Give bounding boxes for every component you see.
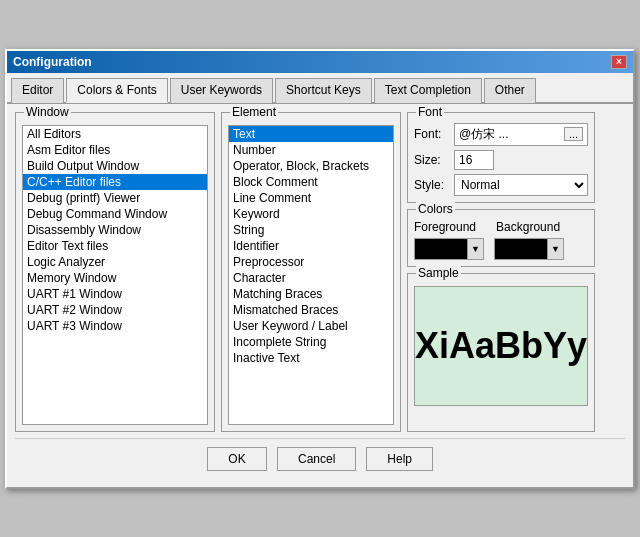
foreground-color-picker[interactable]: ▼	[414, 238, 484, 260]
font-label: Font:	[414, 127, 450, 141]
size-row: Size:	[414, 150, 588, 170]
background-swatch	[495, 239, 547, 259]
element-list-item[interactable]: Operator, Block, Brackets	[229, 158, 393, 174]
window-list-item[interactable]: UART #1 Window	[23, 286, 207, 302]
window-list-item[interactable]: Disassembly Window	[23, 222, 207, 238]
close-button[interactable]: ×	[611, 55, 627, 69]
right-panel: Font Font: @仿宋 ... ... Size: Style:	[407, 112, 595, 432]
window-list-item[interactable]: Editor Text files	[23, 238, 207, 254]
element-panel-title: Element	[230, 105, 278, 119]
color-row: ▼ ▼	[414, 238, 588, 260]
configuration-dialog: Configuration × Editor Colors & Fonts Us…	[5, 49, 635, 489]
element-list-item[interactable]: Line Comment	[229, 190, 393, 206]
tab-colors[interactable]: Colors & Fonts	[66, 78, 167, 103]
cancel-button[interactable]: Cancel	[277, 447, 356, 471]
size-input[interactable]	[454, 150, 494, 170]
element-list-item[interactable]: Keyword	[229, 206, 393, 222]
tab-other[interactable]: Other	[484, 78, 536, 103]
element-list-item[interactable]: Block Comment	[229, 174, 393, 190]
background-color-arrow[interactable]: ▼	[547, 239, 563, 259]
element-list-item[interactable]: Inactive Text	[229, 350, 393, 366]
title-bar: Configuration ×	[7, 51, 633, 73]
tab-shortcut-keys[interactable]: Shortcut Keys	[275, 78, 372, 103]
background-label: Background	[496, 220, 560, 234]
element-panel: Element TextNumberOperator, Block, Brack…	[221, 112, 401, 432]
colors-group: Colors Foreground Background ▼ ▼	[407, 209, 595, 267]
ok-button[interactable]: OK	[207, 447, 267, 471]
element-list-item[interactable]: String	[229, 222, 393, 238]
style-select[interactable]: Normal Bold Italic Bold Italic	[454, 174, 588, 196]
window-list-item[interactable]: Asm Editor files	[23, 142, 207, 158]
window-list-item[interactable]: Debug Command Window	[23, 206, 207, 222]
element-listbox[interactable]: TextNumberOperator, Block, BracketsBlock…	[228, 125, 394, 425]
dialog-title: Configuration	[13, 55, 92, 69]
window-panel: Window All EditorsAsm Editor filesBuild …	[15, 112, 215, 432]
element-list-item[interactable]: Preprocessor	[229, 254, 393, 270]
sample-area: XiAaBbYy	[414, 286, 588, 406]
tab-strip: Editor Colors & Fonts User Keywords Shor…	[7, 73, 633, 104]
style-row: Style: Normal Bold Italic Bold Italic	[414, 174, 588, 196]
window-list-item[interactable]: UART #3 Window	[23, 318, 207, 334]
foreground-color-arrow[interactable]: ▼	[467, 239, 483, 259]
element-list-item[interactable]: Mismatched Braces	[229, 302, 393, 318]
tab-editor[interactable]: Editor	[11, 78, 64, 103]
element-list-item[interactable]: Text	[229, 126, 393, 142]
color-labels: Foreground Background	[414, 220, 588, 234]
main-panels: Window All EditorsAsm Editor filesBuild …	[15, 112, 625, 432]
element-list-item[interactable]: Identifier	[229, 238, 393, 254]
element-list-item[interactable]: Character	[229, 270, 393, 286]
foreground-swatch	[415, 239, 467, 259]
element-list-item[interactable]: Incomplete String	[229, 334, 393, 350]
sample-text: XiAaBbYy	[415, 325, 587, 367]
font-group-title: Font	[416, 105, 444, 119]
tab-user-keywords[interactable]: User Keywords	[170, 78, 273, 103]
element-list-item[interactable]: Number	[229, 142, 393, 158]
font-group: Font Font: @仿宋 ... ... Size: Style:	[407, 112, 595, 203]
window-listbox[interactable]: All EditorsAsm Editor filesBuild Output …	[22, 125, 208, 425]
window-list-item[interactable]: Memory Window	[23, 270, 207, 286]
colors-group-title: Colors	[416, 202, 455, 216]
window-list-item[interactable]: Build Output Window	[23, 158, 207, 174]
button-row: OK Cancel Help	[15, 438, 625, 479]
font-value: @仿宋 ...	[459, 126, 562, 143]
window-list-item[interactable]: UART #2 Window	[23, 302, 207, 318]
font-row: Font: @仿宋 ... ...	[414, 123, 588, 146]
window-list-item[interactable]: Logic Analyzer	[23, 254, 207, 270]
window-list-item[interactable]: All Editors	[23, 126, 207, 142]
style-label: Style:	[414, 178, 450, 192]
help-button[interactable]: Help	[366, 447, 433, 471]
tab-content: Window All EditorsAsm Editor filesBuild …	[7, 104, 633, 487]
element-list-item[interactable]: User Keyword / Label	[229, 318, 393, 334]
window-panel-title: Window	[24, 105, 71, 119]
background-color-picker[interactable]: ▼	[494, 238, 564, 260]
font-display: @仿宋 ... ...	[454, 123, 588, 146]
window-list-item[interactable]: C/C++ Editor files	[23, 174, 207, 190]
window-list-item[interactable]: Debug (printf) Viewer	[23, 190, 207, 206]
size-label: Size:	[414, 153, 450, 167]
foreground-label: Foreground	[414, 220, 476, 234]
element-list-item[interactable]: Matching Braces	[229, 286, 393, 302]
sample-group: Sample XiAaBbYy	[407, 273, 595, 432]
font-browse-button[interactable]: ...	[564, 127, 583, 141]
sample-group-title: Sample	[416, 266, 461, 280]
tab-text-completion[interactable]: Text Completion	[374, 78, 482, 103]
